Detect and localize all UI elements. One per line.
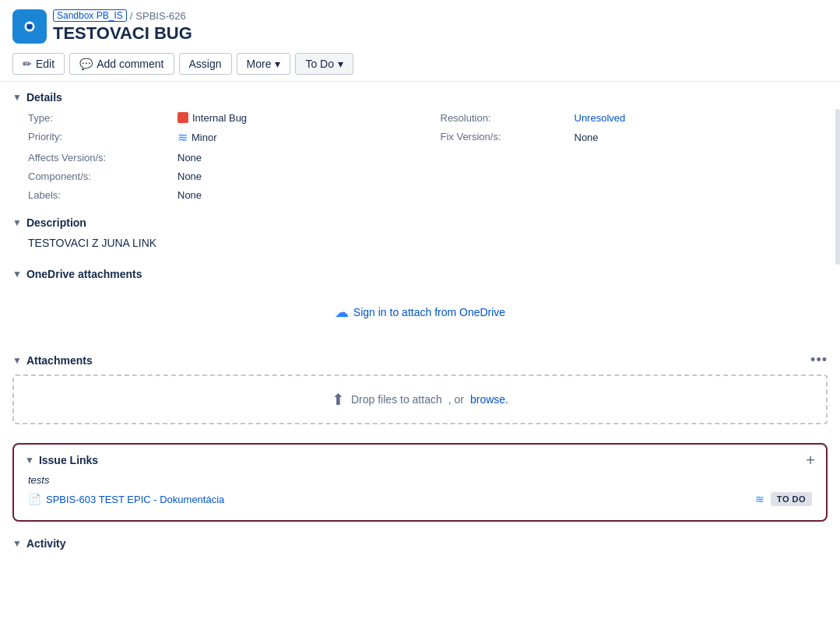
- assign-button[interactable]: Assign: [179, 53, 232, 75]
- issue-link-row: 📄 SPBIS-603 TEST EPIC - Dokumentácia ≋ T…: [25, 489, 815, 509]
- issue-links-chevron-icon: ▼: [25, 455, 34, 466]
- onedrive-sign-in-link[interactable]: ☁ Sign in to attach from OneDrive: [335, 304, 505, 321]
- drop-or: , or: [448, 393, 464, 406]
- attachments-drop-zone[interactable]: ⬆ Drop files to attach , or browse.: [12, 375, 828, 424]
- browse-link[interactable]: browse.: [470, 393, 508, 406]
- upload-icon: ⬆: [332, 390, 345, 409]
- header: Sandbox PB_IS / SPBIS-626 TESTOVACI BUG: [0, 0, 840, 47]
- more-chevron-icon: ▾: [275, 58, 280, 70]
- breadcrumb: Sandbox PB_IS / SPBIS-626: [53, 9, 192, 22]
- add-comment-button[interactable]: 💬 Add comment: [69, 53, 174, 75]
- issue-links-section-label: Issue Links: [39, 454, 98, 466]
- fix-version-label: Fix Version/s:: [441, 130, 565, 145]
- onedrive-section-label: OneDrive attachments: [26, 268, 142, 280]
- todo-status-button[interactable]: To Do ▾: [295, 53, 353, 75]
- fix-version-value: None: [575, 130, 828, 145]
- details-grid: Type: Internal Bug Resolution: Unresolve…: [12, 111, 828, 207]
- onedrive-chevron-icon: ▼: [12, 269, 22, 280]
- attachments-header-row: ▼ Attachments •••: [12, 352, 828, 368]
- priority-label: Priority:: [28, 130, 168, 145]
- cloud-icon: ☁: [335, 304, 349, 321]
- issue-link-right: ≋ TO DO: [755, 492, 812, 506]
- activity-section-header[interactable]: ▼ Activity: [12, 537, 828, 550]
- toolbar: ✏ Edit 💬 Add comment Assign More ▾ To Do…: [0, 47, 840, 82]
- details-section: ▼ Details Type: Internal Bug Resolution:…: [0, 85, 840, 210]
- issue-link-anchor[interactable]: SPBIS-603 TEST EPIC - Dokumentácia: [46, 494, 224, 505]
- scrollbar[interactable]: [835, 109, 840, 265]
- comment-icon: 💬: [79, 58, 93, 70]
- attachments-section-label: Attachments: [26, 354, 93, 367]
- description-chevron-icon: ▼: [12, 217, 22, 228]
- resolution-value: Unresolved: [575, 111, 828, 124]
- description-section-header[interactable]: ▼ Description: [12, 216, 828, 229]
- attachments-chevron-icon: ▼: [12, 355, 22, 366]
- issue-status-badge: TO DO: [771, 492, 812, 506]
- affects-version-label: Affects Version/s:: [28, 151, 168, 164]
- page-title: TESTOVACI BUG: [53, 23, 192, 44]
- breadcrumb-issue-id: SPBIS-626: [135, 10, 185, 22]
- description-section-label: Description: [26, 216, 86, 229]
- component-value: None: [177, 170, 431, 182]
- description-section: ▼ Description TESTOVACI Z JUNA LINK: [0, 210, 840, 262]
- labels-value: None: [177, 188, 431, 201]
- description-text: TESTOVACI Z JUNA LINK: [12, 237, 828, 258]
- issue-priority-icon: ≋: [755, 493, 764, 505]
- todo-chevron-icon: ▾: [338, 58, 343, 70]
- activity-section: ▼ Activity: [0, 531, 840, 564]
- details-chevron-icon: ▼: [12, 92, 22, 103]
- edit-icon: ✏: [23, 58, 32, 70]
- onedrive-section-header[interactable]: ▼ OneDrive attachments: [12, 268, 828, 280]
- labels-label: Labels:: [28, 188, 168, 201]
- attachments-section: ▼ Attachments ••• ⬆ Drop files to attach…: [0, 346, 840, 434]
- priority-icon: ≋: [177, 130, 188, 145]
- onedrive-content: ☁ Sign in to attach from OneDrive: [12, 288, 828, 336]
- component-label: Component/s:: [28, 170, 168, 182]
- add-issue-link-button[interactable]: +: [806, 452, 815, 468]
- internal-bug-icon: [177, 112, 188, 123]
- app-icon: [12, 9, 47, 44]
- breadcrumb-project-link[interactable]: Sandbox PB_IS: [53, 9, 127, 22]
- issue-links-header: ▼ Issue Links +: [25, 452, 815, 468]
- details-section-label: Details: [26, 91, 62, 104]
- page-wrapper: Sandbox PB_IS / SPBIS-626 TESTOVACI BUG …: [0, 0, 840, 626]
- svg-point-2: [26, 23, 33, 30]
- resolution-label: Resolution:: [441, 111, 565, 124]
- attachments-section-header[interactable]: ▼ Attachments: [12, 354, 93, 367]
- issue-link-left: 📄 SPBIS-603 TEST EPIC - Dokumentácia: [28, 493, 224, 505]
- onedrive-section: ▼ OneDrive attachments ☁ Sign in to atta…: [0, 262, 840, 346]
- breadcrumb-separator: /: [130, 10, 133, 22]
- drop-text: Drop files to attach: [351, 393, 442, 406]
- issue-links-title-row: ▼ Issue Links: [25, 454, 98, 466]
- type-label: Type:: [28, 111, 168, 124]
- issue-link-type-label: tests: [25, 474, 815, 486]
- more-button[interactable]: More ▾: [237, 53, 291, 75]
- priority-value: ≋ Minor: [177, 130, 431, 145]
- document-icon: 📄: [28, 493, 41, 505]
- details-section-header[interactable]: ▼ Details: [12, 91, 828, 104]
- activity-section-label: Activity: [26, 537, 66, 550]
- edit-button[interactable]: ✏ Edit: [12, 53, 65, 75]
- issue-links-section: ▼ Issue Links + tests 📄 SPBIS-603 TEST E…: [12, 443, 828, 522]
- type-value: Internal Bug: [177, 111, 431, 124]
- svg-point-3: [28, 22, 31, 25]
- affects-version-value: None: [177, 151, 431, 164]
- header-title-area: Sandbox PB_IS / SPBIS-626 TESTOVACI BUG: [53, 9, 192, 44]
- attachments-more-button[interactable]: •••: [810, 352, 828, 368]
- activity-chevron-icon: ▼: [12, 538, 22, 549]
